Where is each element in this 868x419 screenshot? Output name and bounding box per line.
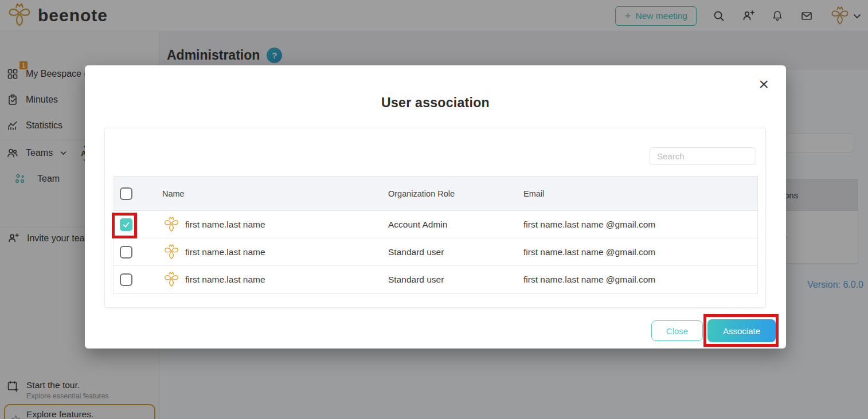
user-row: first name.last name Standard user first…	[114, 238, 757, 266]
user-bee-icon	[162, 244, 181, 261]
user-name: first name.last name	[185, 275, 265, 285]
user-row: first name.last name Account Admin first…	[114, 211, 757, 238]
select-all-checkbox[interactable]	[120, 187, 132, 200]
user-association-modal: × User association Name Organization Rol…	[85, 65, 786, 348]
close-button[interactable]: Close	[651, 320, 703, 341]
close-icon[interactable]: ×	[758, 76, 769, 93]
users-table: Name Organization Role Email first name.…	[114, 176, 758, 294]
user-email: first name.last name @gmail.com	[523, 247, 757, 257]
row-checkbox[interactable]	[120, 273, 132, 286]
column-header-name: Name	[162, 189, 388, 198]
user-name: first name.last name	[185, 220, 265, 230]
user-email: first name.last name @gmail.com	[523, 220, 757, 230]
user-bee-icon	[162, 271, 181, 288]
user-role: Account Admin	[388, 220, 523, 230]
user-bee-icon	[162, 216, 181, 233]
app-screen: beenote + New meeting	[0, 0, 868, 419]
users-panel: Name Organization Role Email first name.…	[104, 128, 766, 308]
user-role: Standard user	[388, 247, 523, 257]
user-role: Standard user	[388, 275, 523, 285]
user-row: first name.last name Standard user first…	[114, 266, 757, 293]
row-checkbox-checked[interactable]	[120, 218, 132, 231]
row-checkbox[interactable]	[120, 246, 132, 259]
user-search-input[interactable]	[650, 147, 756, 165]
users-table-header: Name Organization Role Email	[114, 177, 757, 211]
column-header-email: Email	[523, 189, 757, 198]
associate-button[interactable]: Associate	[707, 319, 776, 342]
modal-title: User association	[85, 95, 786, 111]
user-name: first name.last name	[185, 247, 265, 257]
user-email: first name.last name @gmail.com	[523, 275, 757, 285]
column-header-role: Organization Role	[388, 189, 523, 198]
